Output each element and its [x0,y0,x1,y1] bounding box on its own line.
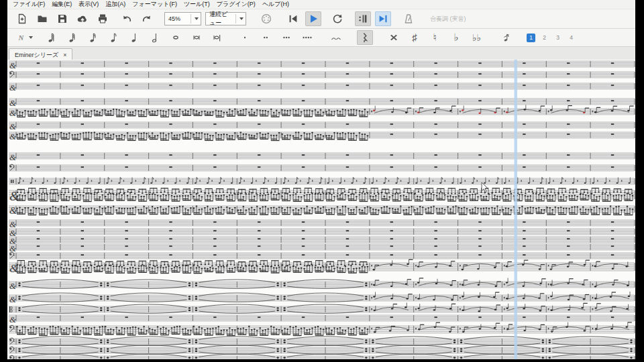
svg-text:♭: ♭ [454,32,459,43]
note3-icon [66,32,78,44]
rest-icon [359,32,371,44]
repeats-icon [357,13,369,25]
save-icon [56,13,68,25]
pan-score-button[interactable] [375,11,391,26]
svg-text:&: & [9,131,17,141]
voice-1-button[interactable]: 1 [527,34,535,42]
note-longa-button[interactable] [209,30,225,45]
menu-plugins[interactable]: プラグイン(P) [213,0,259,9]
tie-icon [330,32,342,44]
open-file-button[interactable] [34,11,50,26]
noteq-icon [128,32,140,44]
combo-divider [235,14,236,23]
new-icon [16,13,28,25]
noteb-icon [191,32,203,44]
natural-button[interactable]: ♮ [427,30,443,45]
dot4-icon [301,32,313,44]
double-sharp-button[interactable] [386,30,402,45]
print-button[interactable] [95,11,111,26]
menu-file[interactable]: ファイル(F) [9,0,48,9]
main-toolbar: 45%連続ビュー合奏調 (実音) [7,9,635,29]
note-breve-button[interactable] [189,30,205,45]
svg-text:&: & [9,98,17,108]
save-online-button[interactable] [74,11,91,26]
svg-text:♮: ♮ [433,32,437,43]
combo-divider [191,14,191,23]
rest-button[interactable] [357,30,373,45]
tab-close-icon[interactable]: × [63,52,66,58]
score-area[interactable]: &&&&&&&&&&&&&&&&& [7,60,635,359]
redo-button[interactable] [139,11,155,26]
zoom-select[interactable]: 45% [164,12,201,25]
grace-note-button[interactable] [498,30,514,45]
note-quarter-button[interactable] [126,30,142,45]
score-canvas[interactable]: &&&&&&&&&&&&&&&&& [7,60,635,359]
play-repeats-button[interactable] [355,11,371,26]
loop-icon [331,13,343,25]
metronome-button[interactable] [400,11,417,26]
grace-icon [500,32,512,44]
note-whole-button[interactable] [168,30,184,45]
chevron-down-icon [195,17,199,20]
triple-dot-button[interactable] [278,30,294,45]
menu-tools[interactable]: ツール(T) [180,0,213,9]
svg-text:&: & [9,121,17,131]
rewind-button[interactable] [285,11,301,26]
flat-button[interactable]: ♭ [448,30,464,45]
augmentation-dot-button[interactable] [237,30,253,45]
save-button[interactable] [54,11,70,26]
noteh-icon [149,32,161,44]
combo-value: 連続ビュー [209,10,232,27]
note-32nd-button[interactable] [64,30,80,45]
concert-pitch-toggle: 合奏調 (実音) [430,15,466,23]
note-half-button[interactable] [147,30,163,45]
chevron-down-icon [29,36,33,39]
print-icon [97,13,109,25]
menu-edit[interactable]: 編集(E) [48,0,75,9]
sharp-button[interactable]: ♯ [407,30,423,45]
voice-4-button[interactable]: 4 [567,34,576,42]
midi-icon [260,13,272,25]
double-flat-button[interactable]: ♭♭ [469,30,485,45]
double-dot-button[interactable] [258,30,274,45]
note-8th-button[interactable] [105,30,121,45]
pan-icon [377,13,389,25]
menu-view[interactable]: 表示(V) [75,0,102,9]
loop-playback-button[interactable] [329,11,345,26]
metronome-icon [402,13,415,25]
chevron-down-icon [239,17,244,20]
voice-2-button[interactable]: 2 [540,34,549,42]
undo-button[interactable] [119,11,135,26]
svg-text:&: & [9,60,17,70]
ninput-icon: N [17,32,27,44]
menu-add[interactable]: 追加(A) [102,0,129,9]
dot1-icon [239,32,251,44]
note-64th-button[interactable] [43,30,59,45]
svg-text:&: & [9,294,17,304]
midi-input-button[interactable] [258,11,274,26]
dsharp-icon [388,32,400,44]
flat-icon: ♭ [450,32,462,44]
sharp-icon: ♯ [409,32,421,44]
open-icon [36,13,48,25]
note-16th-button[interactable] [85,30,101,45]
notel-icon [211,32,223,44]
note-input-button[interactable]: N [17,30,33,45]
natural-icon: ♮ [429,32,441,44]
svg-text:&: & [9,243,17,253]
rewind-icon [287,13,299,25]
dot3-icon [280,32,292,44]
new-score-button[interactable] [14,11,30,26]
menu-help[interactable]: ヘルプ(H) [259,0,292,9]
tie-button[interactable] [328,30,344,45]
svg-text:&: & [9,281,17,291]
quadruple-dot-button[interactable] [299,30,315,45]
tab-label: Eminerシリーズ [15,51,58,60]
svg-text:♯: ♯ [412,32,417,43]
voice-3-button[interactable]: 3 [553,34,562,42]
svg-text:&: & [9,314,17,324]
menu-format[interactable]: フォーマット(F) [129,0,180,9]
view-mode-select[interactable]: 連続ビュー [205,12,246,25]
svg-text:&: & [9,108,17,118]
play-button[interactable] [305,11,321,26]
